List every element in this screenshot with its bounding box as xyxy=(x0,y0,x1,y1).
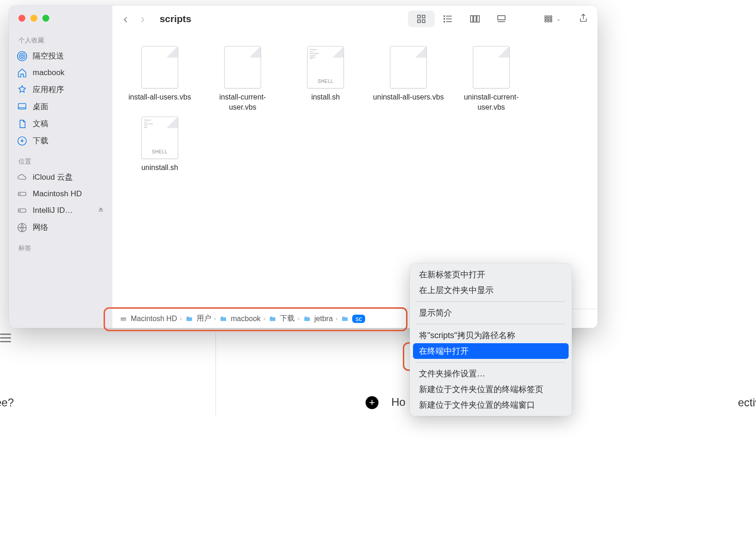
menu-item-copy-path[interactable]: 将"scripts"拷贝为路径名称 xyxy=(410,328,572,343)
file-icon xyxy=(141,46,178,88)
sidebar-section-tags: 标签 xyxy=(9,242,112,255)
sidebar-item-documents[interactable]: 文稿 xyxy=(9,115,112,132)
file-name: uninstall.sh xyxy=(141,163,178,173)
path-item-jetbra[interactable]: jetbra xyxy=(302,315,333,323)
path-label: Macintosh HD xyxy=(131,315,177,323)
plus-icon[interactable]: + xyxy=(366,396,378,409)
background-text-right: ectiv xyxy=(738,396,756,409)
menu-separator xyxy=(416,301,565,302)
path-item-root[interactable]: Macintosh HD xyxy=(119,315,177,323)
path-label: 用户 xyxy=(197,314,211,323)
back-button[interactable]: ‹ xyxy=(122,10,129,28)
sidebar-item-network[interactable]: 网络 xyxy=(9,219,112,236)
sidebar-item-label: 隔空投送 xyxy=(33,51,64,61)
svg-rect-12 xyxy=(418,20,420,23)
path-label: 下载 xyxy=(280,314,295,323)
list-view-button[interactable] xyxy=(435,11,461,27)
sidebar-item-label: 应用程序 xyxy=(33,84,64,95)
svg-rect-25 xyxy=(545,16,547,17)
file-name: uninstall-current-user.vbs xyxy=(454,92,528,112)
svg-rect-11 xyxy=(422,15,425,18)
column-view-button[interactable] xyxy=(461,11,488,27)
svg-rect-31 xyxy=(550,16,552,17)
menu-item-new-terminal-tab[interactable]: 新建位于文件夹位置的终端标签页 xyxy=(410,381,572,397)
sidebar-item-icloud[interactable]: iCloud 云盘 xyxy=(9,169,112,186)
sidebar-item-label: 下载 xyxy=(33,135,48,146)
path-item-current[interactable]: sc xyxy=(340,315,365,323)
sidebar-item-label: IntelliJ ID… xyxy=(33,206,73,215)
sidebar-item-label: 文稿 xyxy=(33,118,48,129)
file-icon: #!/bin/bashset -eecho uninstallrm -rfdon… xyxy=(141,117,178,159)
svg-point-6 xyxy=(20,193,21,194)
close-button[interactable] xyxy=(18,15,25,22)
svg-point-18 xyxy=(444,18,445,19)
svg-rect-28 xyxy=(547,16,549,17)
sidebar-item-desktop[interactable]: 桌面 xyxy=(9,98,112,115)
maximize-button[interactable] xyxy=(42,15,49,22)
home-icon xyxy=(17,68,27,78)
forward-button[interactable]: › xyxy=(139,10,146,28)
context-menu: 在新标签页中打开 在上层文件夹中显示 显示简介 将"scripts"拷贝为路径名… xyxy=(410,264,572,416)
svg-rect-23 xyxy=(498,16,505,20)
svg-rect-3 xyxy=(18,103,26,109)
menu-item-show-enclosing[interactable]: 在上层文件夹中显示 xyxy=(410,282,572,298)
sidebar-item-label: iCloud 云盘 xyxy=(33,172,73,182)
sidebar-item-label: 桌面 xyxy=(33,101,48,112)
minimize-button[interactable] xyxy=(30,15,37,22)
divider xyxy=(215,333,216,416)
file-item[interactable]: #!/bin/bashset -eecho installing...cp sr… xyxy=(286,46,365,112)
file-item[interactable]: uninstall-all-users.vbs xyxy=(369,46,448,112)
airdrop-icon xyxy=(17,51,27,61)
icon-view-button[interactable] xyxy=(408,11,435,27)
doc-icon xyxy=(17,119,27,129)
menu-separator xyxy=(416,362,565,363)
file-item[interactable]: install-current-user.vbs xyxy=(204,46,282,112)
hamburger-icon[interactable] xyxy=(0,332,11,344)
path-label: jetbra xyxy=(314,315,333,323)
background-text-how: Ho xyxy=(391,396,406,409)
sidebar-item-label: Macintosh HD xyxy=(33,189,82,199)
svg-point-19 xyxy=(444,21,445,22)
file-name: install-current-user.vbs xyxy=(206,92,279,112)
share-button[interactable] xyxy=(578,12,588,26)
file-name: install.sh xyxy=(311,92,340,102)
sidebar-item-macintosh-hd[interactable]: Macintosh HD xyxy=(9,186,112,202)
file-item[interactable]: uninstall-current-user.vbs xyxy=(452,46,530,112)
sidebar-item-label: 网络 xyxy=(33,222,48,233)
menu-item-new-terminal-window[interactable]: 新建位于文件夹位置的终端窗口 xyxy=(410,397,572,413)
group-button[interactable]: ⌄ xyxy=(542,14,561,23)
eject-icon[interactable] xyxy=(98,206,104,215)
file-item[interactable]: install-all-users.vbs xyxy=(121,46,199,112)
svg-rect-21 xyxy=(474,16,476,22)
svg-rect-10 xyxy=(418,15,420,18)
sidebar-item-intellij[interactable]: IntelliJ ID… xyxy=(9,202,112,219)
cloud-icon xyxy=(17,172,27,182)
svg-point-8 xyxy=(20,210,21,211)
hdd-icon xyxy=(17,205,27,216)
path-item-downloads[interactable]: 下载 xyxy=(268,314,295,323)
sidebar-item-home[interactable]: macbook xyxy=(9,64,112,81)
file-icon: #!/bin/bashset -eecho installing...cp sr… xyxy=(307,46,344,88)
path-item-home[interactable]: macbook xyxy=(219,315,261,323)
svg-rect-22 xyxy=(477,16,479,22)
apps-icon xyxy=(17,85,27,95)
file-icon xyxy=(224,46,261,88)
menu-item-open-new-tab[interactable]: 在新标签页中打开 xyxy=(410,267,572,282)
gallery-view-button[interactable] xyxy=(488,11,515,27)
menu-item-get-info[interactable]: 显示简介 xyxy=(410,305,572,321)
chevron-down-icon: ⌄ xyxy=(556,16,561,22)
download-icon xyxy=(17,136,27,146)
path-item-users[interactable]: 用户 xyxy=(185,314,211,323)
menu-item-folder-actions[interactable]: 文件夹操作设置… xyxy=(410,366,572,381)
svg-rect-32 xyxy=(550,18,552,19)
sidebar-item-downloads[interactable]: 下载 xyxy=(9,132,112,149)
menu-item-open-terminal[interactable]: 在终端中打开 xyxy=(413,343,569,359)
chevron-right-icon: › xyxy=(214,315,216,322)
file-item[interactable]: #!/bin/bashset -eecho uninstallrm -rfdon… xyxy=(121,117,199,173)
menu-separator xyxy=(416,324,565,324)
sidebar-item-applications[interactable]: 应用程序 xyxy=(9,81,112,98)
sidebar-section-favorites: 个人收藏 xyxy=(9,35,112,47)
sidebar-item-airdrop[interactable]: 隔空投送 xyxy=(9,47,112,64)
sidebar-section-locations: 位置 xyxy=(9,156,112,169)
svg-rect-27 xyxy=(545,20,547,22)
